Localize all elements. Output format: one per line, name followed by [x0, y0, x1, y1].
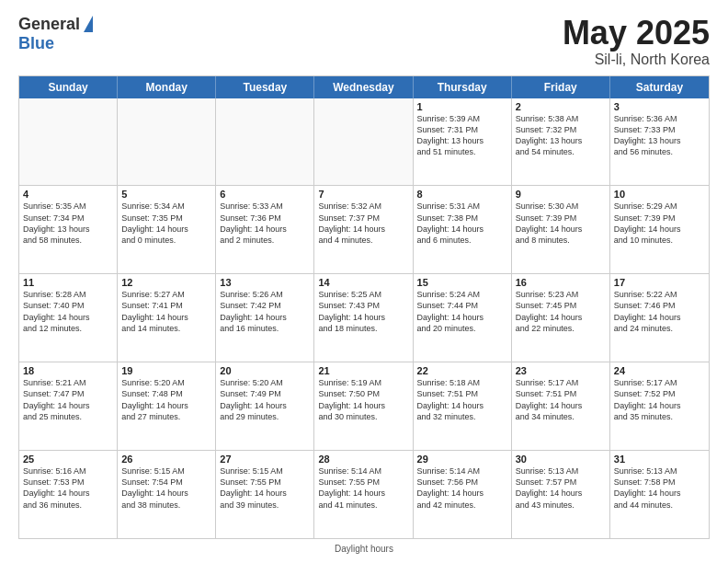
day-cell-10: 10Sunrise: 5:29 AM Sunset: 7:39 PM Dayli…: [610, 186, 709, 273]
day-info: Sunrise: 5:29 AM Sunset: 7:39 PM Dayligh…: [614, 201, 705, 246]
day-info: Sunrise: 5:34 AM Sunset: 7:35 PM Dayligh…: [121, 201, 211, 246]
day-cell-20: 20Sunrise: 5:20 AM Sunset: 7:49 PM Dayli…: [216, 362, 314, 450]
day-cell-29: 29Sunrise: 5:14 AM Sunset: 7:56 PM Dayli…: [414, 451, 512, 538]
day-number: 18: [23, 365, 113, 376]
day-cell-15: 15Sunrise: 5:24 AM Sunset: 7:44 PM Dayli…: [414, 274, 512, 362]
header-day-friday: Friday: [512, 76, 610, 98]
day-number: 9: [516, 189, 606, 200]
day-info: Sunrise: 5:25 AM Sunset: 7:43 PM Dayligh…: [318, 289, 408, 334]
day-number: 19: [121, 365, 211, 376]
day-info: Sunrise: 5:13 AM Sunset: 7:58 PM Dayligh…: [614, 465, 705, 511]
day-info: Sunrise: 5:21 AM Sunset: 7:47 PM Dayligh…: [23, 377, 113, 422]
header-day-sunday: Sunday: [19, 76, 118, 98]
title-block: May 2025 Sil-li, North Korea: [563, 15, 710, 68]
day-cell-28: 28Sunrise: 5:14 AM Sunset: 7:55 PM Dayli…: [314, 451, 413, 538]
day-cell-empty: [216, 98, 314, 186]
day-info: Sunrise: 5:36 AM Sunset: 7:33 PM Dayligh…: [614, 113, 705, 158]
day-cell-11: 11Sunrise: 5:28 AM Sunset: 7:40 PM Dayli…: [19, 274, 118, 362]
day-cell-16: 16Sunrise: 5:23 AM Sunset: 7:45 PM Dayli…: [512, 274, 610, 362]
day-info: Sunrise: 5:18 AM Sunset: 7:51 PM Dayligh…: [417, 377, 507, 422]
day-number: 26: [121, 454, 211, 465]
footer-daylight: Daylight hours: [18, 544, 710, 554]
day-number: 8: [417, 189, 507, 200]
day-cell-empty: [19, 98, 118, 186]
day-cell-1: 1Sunrise: 5:39 AM Sunset: 7:31 PM Daylig…: [414, 98, 512, 186]
day-info: Sunrise: 5:17 AM Sunset: 7:51 PM Dayligh…: [516, 377, 606, 422]
logo-blue: Blue: [18, 34, 54, 53]
day-info: Sunrise: 5:16 AM Sunset: 7:53 PM Dayligh…: [23, 465, 113, 511]
day-cell-23: 23Sunrise: 5:17 AM Sunset: 7:51 PM Dayli…: [512, 362, 610, 450]
day-info: Sunrise: 5:26 AM Sunset: 7:42 PM Dayligh…: [220, 289, 310, 334]
day-number: 28: [318, 454, 408, 465]
day-cell-19: 19Sunrise: 5:20 AM Sunset: 7:48 PM Dayli…: [118, 362, 216, 450]
day-number: 27: [220, 454, 310, 465]
day-cell-30: 30Sunrise: 5:13 AM Sunset: 7:57 PM Dayli…: [512, 451, 610, 538]
day-number: 23: [516, 365, 606, 376]
day-info: Sunrise: 5:32 AM Sunset: 7:37 PM Dayligh…: [318, 201, 408, 246]
day-cell-18: 18Sunrise: 5:21 AM Sunset: 7:47 PM Dayli…: [19, 362, 118, 450]
day-cell-6: 6Sunrise: 5:33 AM Sunset: 7:36 PM Daylig…: [216, 186, 314, 273]
day-info: Sunrise: 5:23 AM Sunset: 7:45 PM Dayligh…: [516, 289, 606, 334]
day-cell-21: 21Sunrise: 5:19 AM Sunset: 7:50 PM Dayli…: [314, 362, 413, 450]
day-cell-8: 8Sunrise: 5:31 AM Sunset: 7:38 PM Daylig…: [414, 186, 512, 273]
day-number: 6: [220, 189, 310, 200]
day-cell-31: 31Sunrise: 5:13 AM Sunset: 7:58 PM Dayli…: [610, 451, 709, 538]
day-cell-27: 27Sunrise: 5:15 AM Sunset: 7:55 PM Dayli…: [216, 451, 314, 538]
day-number: 14: [318, 277, 408, 288]
calendar-week-4: 18Sunrise: 5:21 AM Sunset: 7:47 PM Dayli…: [19, 362, 709, 450]
day-number: 5: [121, 189, 211, 200]
day-cell-25: 25Sunrise: 5:16 AM Sunset: 7:53 PM Dayli…: [19, 451, 118, 538]
day-cell-empty: [118, 98, 216, 186]
day-info: Sunrise: 5:14 AM Sunset: 7:55 PM Dayligh…: [318, 465, 408, 511]
day-cell-9: 9Sunrise: 5:30 AM Sunset: 7:39 PM Daylig…: [512, 186, 610, 273]
day-cell-24: 24Sunrise: 5:17 AM Sunset: 7:52 PM Dayli…: [610, 362, 709, 450]
page: General Blue May 2025 Sil-li, North Kore…: [0, 0, 728, 563]
day-info: Sunrise: 5:15 AM Sunset: 7:54 PM Dayligh…: [121, 465, 211, 511]
day-info: Sunrise: 5:17 AM Sunset: 7:52 PM Dayligh…: [614, 377, 705, 422]
logo-triangle-icon: [84, 16, 93, 32]
day-number: 16: [516, 277, 606, 288]
day-number: 1: [417, 101, 507, 112]
logo-text: General: [18, 15, 93, 34]
day-number: 11: [23, 277, 113, 288]
calendar-header: SundayMondayTuesdayWednesdayThursdayFrid…: [19, 76, 709, 98]
title-month: May 2025: [563, 15, 710, 52]
day-number: 20: [220, 365, 310, 376]
calendar-week-2: 4Sunrise: 5:35 AM Sunset: 7:34 PM Daylig…: [19, 185, 709, 273]
day-number: 22: [417, 365, 507, 376]
day-number: 25: [23, 454, 113, 465]
day-cell-5: 5Sunrise: 5:34 AM Sunset: 7:35 PM Daylig…: [118, 186, 216, 273]
day-info: Sunrise: 5:33 AM Sunset: 7:36 PM Dayligh…: [220, 201, 310, 246]
day-info: Sunrise: 5:22 AM Sunset: 7:46 PM Dayligh…: [614, 289, 705, 334]
day-number: 17: [614, 277, 705, 288]
header-day-thursday: Thursday: [414, 76, 512, 98]
header-day-wednesday: Wednesday: [314, 76, 413, 98]
header-day-saturday: Saturday: [610, 76, 709, 98]
day-cell-14: 14Sunrise: 5:25 AM Sunset: 7:43 PM Dayli…: [314, 274, 413, 362]
day-info: Sunrise: 5:27 AM Sunset: 7:41 PM Dayligh…: [121, 289, 211, 334]
calendar-week-3: 11Sunrise: 5:28 AM Sunset: 7:40 PM Dayli…: [19, 273, 709, 362]
day-number: 31: [614, 454, 705, 465]
day-number: 15: [417, 277, 507, 288]
calendar: SundayMondayTuesdayWednesdayThursdayFrid…: [18, 75, 710, 539]
day-cell-7: 7Sunrise: 5:32 AM Sunset: 7:37 PM Daylig…: [314, 186, 413, 273]
day-number: 24: [614, 365, 705, 376]
calendar-week-5: 25Sunrise: 5:16 AM Sunset: 7:53 PM Dayli…: [19, 450, 709, 538]
header-day-tuesday: Tuesday: [216, 76, 314, 98]
day-info: Sunrise: 5:38 AM Sunset: 7:32 PM Dayligh…: [516, 113, 606, 158]
day-info: Sunrise: 5:28 AM Sunset: 7:40 PM Dayligh…: [23, 289, 113, 334]
day-cell-12: 12Sunrise: 5:27 AM Sunset: 7:41 PM Dayli…: [118, 274, 216, 362]
calendar-body: 1Sunrise: 5:39 AM Sunset: 7:31 PM Daylig…: [19, 98, 709, 538]
day-info: Sunrise: 5:24 AM Sunset: 7:44 PM Dayligh…: [417, 289, 507, 334]
day-cell-3: 3Sunrise: 5:36 AM Sunset: 7:33 PM Daylig…: [610, 98, 709, 186]
day-info: Sunrise: 5:14 AM Sunset: 7:56 PM Dayligh…: [417, 465, 507, 511]
day-number: 13: [220, 277, 310, 288]
day-cell-26: 26Sunrise: 5:15 AM Sunset: 7:54 PM Dayli…: [118, 451, 216, 538]
day-info: Sunrise: 5:13 AM Sunset: 7:57 PM Dayligh…: [516, 465, 606, 511]
day-number: 3: [614, 101, 705, 112]
logo: General Blue: [18, 15, 93, 53]
day-info: Sunrise: 5:31 AM Sunset: 7:38 PM Dayligh…: [417, 201, 507, 246]
calendar-week-1: 1Sunrise: 5:39 AM Sunset: 7:31 PM Daylig…: [19, 98, 709, 186]
day-number: 12: [121, 277, 211, 288]
day-number: 10: [614, 189, 705, 200]
